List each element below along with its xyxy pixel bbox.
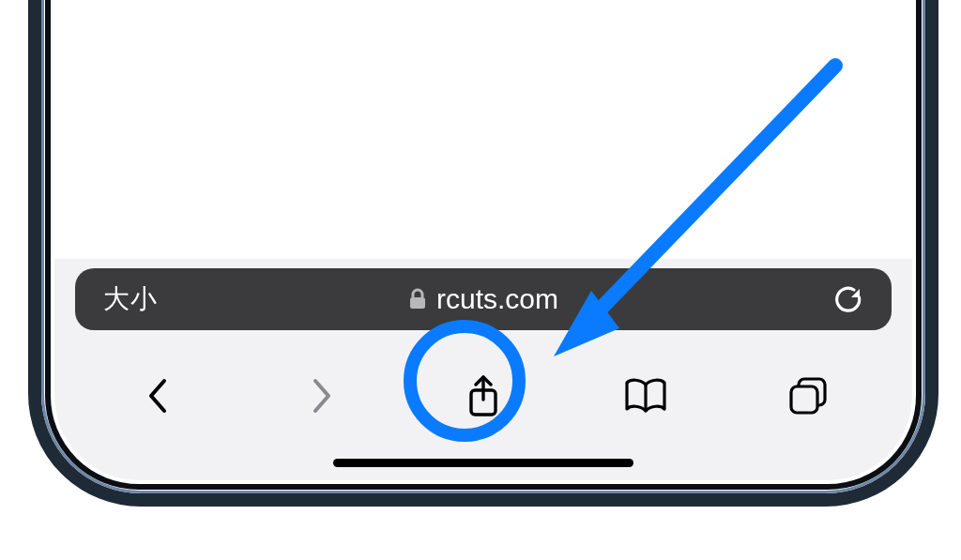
forward-button[interactable] (279, 354, 363, 438)
svg-rect-0 (410, 297, 425, 309)
safari-toolbar (54, 349, 912, 443)
tabs-icon (787, 375, 829, 416)
address-bar-domain: rcuts.com (436, 283, 558, 315)
safari-bottom-bar: 大小 rcuts.com (54, 259, 912, 480)
address-bar-center[interactable]: rcuts.com (408, 283, 558, 315)
phone-device-frame: 大小 rcuts.com (28, 0, 938, 507)
reload-button[interactable] (833, 284, 863, 314)
share-icon (465, 373, 502, 418)
phone-screen: 大小 rcuts.com (54, 0, 912, 480)
chevron-left-icon (145, 375, 173, 416)
book-icon (623, 377, 668, 415)
bookmarks-button[interactable] (603, 354, 688, 438)
chevron-right-icon (307, 375, 335, 416)
share-button[interactable] (441, 354, 526, 438)
lock-icon (408, 288, 427, 310)
back-button[interactable] (116, 354, 201, 438)
tabs-button[interactable] (766, 354, 850, 438)
home-indicator (333, 459, 633, 467)
svg-rect-3 (791, 386, 817, 413)
address-bar[interactable]: 大小 rcuts.com (75, 268, 892, 330)
reload-icon (833, 284, 863, 314)
reader-size-button[interactable]: 大小 (103, 281, 158, 317)
